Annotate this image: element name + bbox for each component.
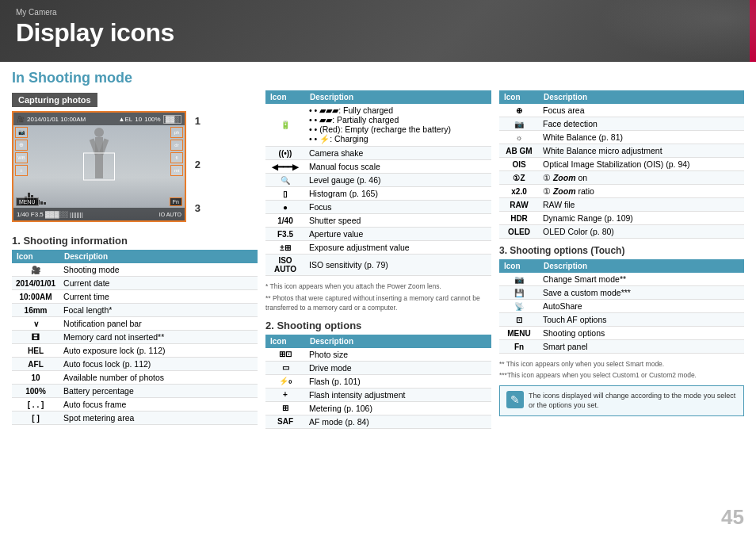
header-subtitle: My Camera [16, 8, 740, 17]
icon-cell: ⊞ [265, 401, 305, 415]
icon-cell: HDR [499, 212, 539, 225]
num-label-1: 1 [195, 115, 200, 127]
table-row: ☼White Balance (p. 81) [499, 131, 744, 144]
table-row: OLEDOLED Color (p. 80) [499, 225, 744, 239]
icon-cell: 100% [12, 385, 59, 398]
icon-cell: AB GM [499, 144, 539, 158]
desc-cell: Current time [59, 290, 258, 304]
battery-table: Icon Description 🔋• ▰▰▰: Fully charged• … [265, 90, 491, 276]
table-row: 🎥Shooting mode [12, 263, 258, 277]
page-title: Display icons [16, 18, 740, 48]
shoot-info-table: Icon Description 🎥Shooting mode2014/01/0… [12, 250, 258, 425]
desc-cell: AutoShare [539, 300, 744, 313]
table-row: ⊕Focus area [499, 104, 744, 117]
desc-cell: Focal length* [59, 304, 258, 317]
icon-cell: ⚡₀ [265, 374, 305, 388]
desc-cell: ISO sensitivity (p. 79) [305, 255, 491, 276]
table-row: 2014/01/01Current date [12, 277, 258, 290]
table-row: [ . . ]Auto focus frame [12, 398, 258, 412]
table-row: F3.5Aperture value [265, 228, 491, 241]
svg-point-0 [94, 128, 104, 137]
table-row: +Flash intensity adjustment [265, 388, 491, 401]
icon-cell: ◀━━━▶ [265, 160, 305, 174]
icon-cell: ▯ [265, 187, 305, 201]
shoot-options-table: Icon Description ⊞⊡Photo size▭Drive mode… [265, 335, 491, 429]
icon-cell: 📷 [499, 117, 539, 131]
right-header-desc: Description [539, 90, 744, 104]
table-row: ▭Drive mode [265, 361, 491, 374]
icon-cell: [ . . ] [12, 398, 59, 412]
table-row: HDRDynamic Range (p. 109) [499, 212, 744, 225]
table-row: 16mmFocal length* [12, 304, 258, 317]
table-row: AFLAuto focus lock (p. 112) [12, 358, 258, 371]
desc-cell: AF mode (p. 84) [305, 415, 491, 428]
desc-cell: Photo size [305, 348, 491, 362]
desc-cell: Shutter speed [305, 214, 491, 228]
info-box: ✎ The icons displayed will change accord… [499, 385, 744, 416]
shoot-touch-title: 3. Shooting options (Touch) [499, 245, 744, 256]
icon-cell: SAF [265, 415, 305, 428]
icon-cell: 1/40 [265, 214, 305, 228]
table-row: ①Z① Zoom on [499, 171, 744, 185]
icon-cell: ▭ [265, 361, 305, 374]
table-row: 100%Battery percentage [12, 385, 258, 398]
desc-cell: Available number of photos [59, 371, 258, 385]
table-row: 📷Face detection [499, 117, 744, 131]
desc-cell: Save a custom mode*** [539, 286, 744, 300]
desc-cell: Touch AF options [539, 313, 744, 327]
svg-rect-12 [40, 201, 43, 205]
desc-cell: Optical Image Stabilization (OIS) (p. 94… [539, 158, 744, 171]
icon-cell: ● [265, 201, 305, 214]
icon-cell: RAW [499, 198, 539, 212]
desc-cell: ① Zoom ratio [539, 185, 744, 198]
icon-cell: F3.5 [265, 228, 305, 241]
table-row: [ ]Spot metering area [12, 412, 258, 425]
table1-header-desc: Description [59, 250, 258, 263]
left-column: In Shooting mode Capturing photos 🎥 2014… [12, 70, 258, 528]
touch-header-icon: Icon [499, 259, 539, 273]
icon-cell: 10:00AM [12, 290, 59, 304]
icon-cell: ISO AUTO [265, 255, 305, 276]
desc-cell: Spot metering area [59, 412, 258, 425]
icon-cell: x2.0 [499, 185, 539, 198]
touch-footnote1: ** This icon appears only when you selec… [499, 360, 744, 369]
footnote-2: ** Photos that were captured without ins… [265, 294, 491, 313]
icon-cell: AFL [12, 358, 59, 371]
table1-header-icon: Icon [12, 250, 59, 263]
right-header-icon: Icon [499, 90, 539, 104]
info-text: The icons displayed will change accordin… [529, 391, 737, 411]
icon-cell: 🔋 [265, 104, 305, 147]
table-row: ●Focus [265, 201, 491, 214]
desc-cell: Face detection [539, 117, 744, 131]
icon-cell: 📷 [499, 273, 539, 286]
table-row: OISOptical Image Stabilization (OIS) (p.… [499, 158, 744, 171]
page-number: 45 [721, 505, 744, 530]
desc-cell: OLED Color (p. 80) [539, 225, 744, 239]
table-row: ▯Histogram (p. 165) [265, 187, 491, 201]
icon-cell: 💾 [499, 286, 539, 300]
right-top-table: Icon Description ⊕Focus area📷Face detect… [499, 90, 744, 239]
cam-bottom-bar: MENU 1/40 F3.5 ▓▓▓░░ |||||||| IO AUTO Fn [13, 208, 185, 220]
icon-cell: 2014/01/01 [12, 277, 59, 290]
main-content: In Shooting mode Capturing photos 🎥 2014… [0, 62, 756, 536]
desc-cell: Aperture value [305, 228, 491, 241]
right-column: Icon Description ⊕Focus area📷Face detect… [499, 70, 744, 528]
desc-cell: Auto focus lock (p. 112) [59, 358, 258, 371]
desc-cell: Flash (p. 101) [305, 374, 491, 388]
icon-cell: ±⊞ [265, 241, 305, 255]
cam-right-icons: ph dr fl mt [170, 127, 183, 176]
table-row: 📷Change Smart mode** [499, 273, 744, 286]
icon-cell: ⊞⊡ [265, 348, 305, 362]
shoot-opt-header-desc: Description [305, 335, 491, 348]
icon-cell: ⊕ [499, 104, 539, 117]
footnote-1: * This icon appears when you attach the … [265, 282, 491, 292]
desc-cell: RAW file [539, 198, 744, 212]
table-row: 10:00AMCurrent time [12, 290, 258, 304]
icon-cell: 16mm [12, 304, 59, 317]
touch-footnote2: ***This icon appears when you select Cus… [499, 371, 744, 381]
touch-header-desc: Description [539, 259, 744, 273]
desc-cell: White Balance micro adjustment [539, 144, 744, 158]
icon-cell: ①Z [499, 171, 539, 185]
desc-cell: Manual focus scale [305, 160, 491, 174]
cam-top-bar: 🎥 2014/01/01 10:00AM ▲EL 10 100% ▓▓░ [13, 113, 185, 125]
